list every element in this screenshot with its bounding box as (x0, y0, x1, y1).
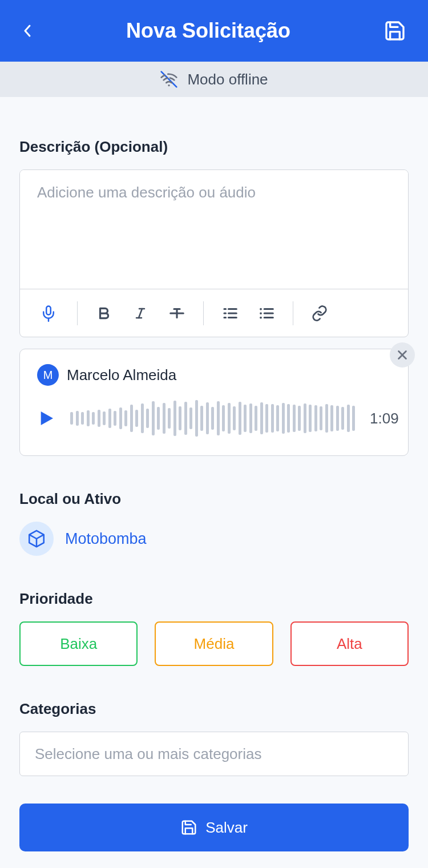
waveform[interactable] (70, 398, 355, 438)
asset-name: Motobomba (65, 530, 147, 548)
page-title: Nova Solicitação (126, 19, 290, 43)
audio-author-row: M Marcelo Almeida (37, 364, 391, 386)
priority-label: Prioridade (19, 590, 409, 608)
offline-label: Modo offline (187, 71, 268, 88)
app-header: Nova Solicitação (0, 0, 428, 62)
priority-high-button[interactable]: Alta (290, 621, 409, 666)
chevron-left-icon (23, 24, 31, 38)
editor-toolbar (20, 289, 408, 337)
list-ordered-icon (221, 305, 239, 322)
toolbar-separator (203, 301, 204, 325)
offline-banner: Modo offline (0, 62, 428, 97)
save-button[interactable]: Salvar (19, 804, 409, 851)
bold-button[interactable] (86, 297, 122, 329)
categories-label: Categorias (19, 700, 409, 718)
mic-icon (40, 303, 57, 324)
priority-low-button[interactable]: Baixa (19, 621, 138, 666)
asset-icon-wrapper (19, 522, 54, 556)
svg-point-19 (260, 308, 262, 310)
svg-point-21 (260, 316, 262, 318)
bold-icon (96, 305, 111, 322)
audio-attachment: M Marcelo Almeida 1:09 (19, 349, 409, 456)
back-button[interactable] (21, 24, 34, 38)
asset-selector[interactable]: Motobomba (19, 522, 409, 556)
save-button-label: Salvar (205, 819, 248, 837)
author-name: Marcelo Almeida (67, 366, 176, 384)
link-icon (311, 305, 328, 322)
description-editor (19, 169, 409, 337)
avatar: M (37, 364, 59, 386)
play-button[interactable] (37, 408, 55, 429)
toolbar-separator (293, 301, 293, 325)
wifi-off-icon (160, 70, 178, 88)
mic-button[interactable] (30, 297, 67, 329)
cube-icon (27, 529, 46, 548)
priority-options: Baixa Média Alta (19, 621, 409, 666)
link-button[interactable] (301, 297, 338, 329)
description-label: Descrição (Opcional) (19, 138, 409, 156)
ordered-list-button[interactable] (212, 297, 248, 329)
audio-player-row: 1:09 (37, 398, 391, 438)
save-icon (383, 19, 406, 42)
svg-point-1 (168, 84, 170, 86)
categories-placeholder: Selecione uma ou mais categorias (35, 745, 261, 763)
save-icon (180, 819, 197, 836)
audio-duration: 1:09 (370, 410, 399, 427)
svg-point-20 (260, 312, 262, 314)
svg-rect-2 (46, 306, 51, 314)
remove-audio-button[interactable] (390, 342, 415, 368)
close-icon (396, 349, 409, 361)
svg-line-6 (139, 309, 142, 318)
svg-marker-24 (41, 411, 53, 425)
strikethrough-button[interactable] (159, 297, 195, 329)
list-unordered-icon (258, 305, 275, 322)
description-input[interactable] (20, 170, 408, 286)
location-label: Local ou Ativo (19, 490, 409, 508)
header-save-button[interactable] (382, 18, 407, 43)
unordered-list-button[interactable] (248, 297, 285, 329)
priority-medium-button[interactable]: Média (155, 621, 273, 666)
italic-button[interactable] (122, 297, 159, 329)
play-icon (37, 408, 55, 429)
strikethrough-icon (168, 305, 185, 322)
categories-select[interactable]: Selecione uma ou mais categorias (19, 732, 409, 776)
italic-icon (134, 305, 147, 322)
toolbar-separator (77, 301, 78, 325)
